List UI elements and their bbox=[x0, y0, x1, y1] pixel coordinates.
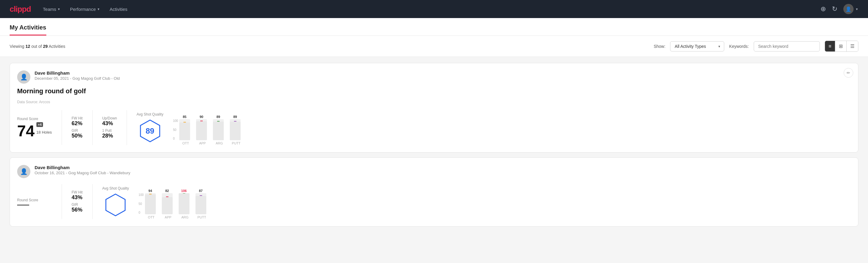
viewing-total: 29 bbox=[43, 44, 48, 49]
view-grid-button[interactable]: ⊞ bbox=[835, 41, 847, 52]
gir-label-2: GIR bbox=[71, 203, 83, 207]
stats-area: Round Score 74 +4 18 Holes FW Hit 62% GI… bbox=[17, 108, 851, 145]
y-label-0: 0 bbox=[173, 137, 178, 140]
add-button[interactable]: ⊕ bbox=[820, 5, 826, 13]
card-user-info-2: Dave Billingham October 16, 2021 - Gog M… bbox=[35, 165, 851, 175]
viewing-count: 12 bbox=[26, 44, 30, 49]
fw-gir-block-2: FW Hit 43% GIR 56% bbox=[64, 190, 90, 213]
logo[interactable]: clippd bbox=[10, 4, 31, 14]
user-name-2: Dave Billingham bbox=[35, 165, 851, 170]
bar-arg-tick-2 bbox=[183, 193, 185, 194]
nav-item-performance[interactable]: Performance ▼ bbox=[70, 7, 100, 12]
activity-type-select-wrap: All Activity Types bbox=[670, 41, 724, 52]
date-club-2: October 16, 2021 - Gog Magog Golf Club -… bbox=[35, 171, 851, 175]
person-icon: 👤 bbox=[845, 6, 851, 12]
activity-card-2: 👤 Dave Billingham October 16, 2021 - Gog… bbox=[10, 157, 858, 227]
bar-app-container bbox=[196, 119, 207, 140]
divider bbox=[92, 110, 93, 145]
fw-hit-pair-2: FW Hit 43% bbox=[71, 190, 83, 201]
hexagon-wrap: Avg Shot Quality 89 bbox=[136, 112, 163, 143]
view-compact-button[interactable]: ☰ bbox=[847, 41, 858, 52]
viewing-suffix: Activities bbox=[49, 44, 65, 49]
label-ott: OTT bbox=[180, 141, 191, 145]
data-source: Data Source: Arccos bbox=[17, 100, 851, 104]
user-name: Dave Billingham bbox=[35, 70, 851, 76]
performance-chevron-icon: ▼ bbox=[97, 7, 100, 11]
view-list-button[interactable]: ≡ bbox=[825, 41, 835, 52]
label-ott-2: OTT bbox=[146, 215, 157, 219]
bar-ott-value: 85 bbox=[183, 115, 186, 119]
round-score-label-2: Round Score bbox=[17, 198, 52, 202]
svg-marker-1 bbox=[106, 194, 125, 216]
list-icon: ≡ bbox=[829, 43, 831, 49]
activity-club-2: Gog Magog Golf Club - Wandlebury bbox=[68, 171, 130, 175]
gir-pair: GIR 50% bbox=[71, 128, 83, 139]
activity-club: Gog Magog Golf Club - Old bbox=[72, 76, 120, 81]
holes-value: 18 Holes bbox=[36, 130, 52, 135]
activity-date-2: October 16, 2021 bbox=[35, 171, 65, 175]
nav-links: Teams ▼ Performance ▼ Activities bbox=[43, 7, 127, 12]
divider bbox=[92, 184, 93, 219]
fw-hit-pair: FW Hit 62% bbox=[71, 116, 83, 127]
viewing-out-of: out of bbox=[31, 44, 42, 49]
nav-item-activities[interactable]: Activities bbox=[110, 7, 127, 12]
separator: - bbox=[66, 171, 68, 175]
grid-icon: ⊞ bbox=[839, 43, 843, 49]
bar-arg-fill-2 bbox=[179, 193, 189, 214]
y-label-50-2: 50 bbox=[138, 202, 144, 206]
bar-arg: 89 bbox=[213, 115, 224, 140]
round-score-block: Round Score 74 +4 18 Holes bbox=[17, 117, 59, 139]
refresh-button[interactable]: ↻ bbox=[832, 5, 837, 13]
page-header: My Activities bbox=[0, 18, 868, 36]
search-input[interactable] bbox=[754, 41, 820, 52]
mini-chart-2: 100 50 0 94 bbox=[138, 184, 207, 219]
fw-hit-value-2: 43% bbox=[71, 195, 83, 201]
bar-app: 90 bbox=[196, 115, 207, 140]
gir-pair-2: GIR 56% bbox=[71, 203, 83, 213]
fw-hit-label: FW Hit bbox=[71, 116, 83, 120]
one-putt-value: 28% bbox=[102, 133, 117, 139]
show-label: Show: bbox=[654, 44, 665, 49]
gir-label: GIR bbox=[71, 128, 83, 133]
label-arg-2: ARG bbox=[180, 215, 190, 219]
activity-type-select[interactable]: All Activity Types bbox=[670, 41, 724, 52]
label-app: APP bbox=[197, 141, 208, 145]
bar-putt-fill-2 bbox=[195, 196, 206, 214]
bar-ott-tick bbox=[183, 122, 186, 122]
updown-value: 43% bbox=[102, 120, 117, 127]
y-label-0-2: 0 bbox=[138, 211, 144, 214]
avatar-button[interactable]: 👤 ▼ bbox=[843, 4, 858, 14]
add-icon: ⊕ bbox=[820, 5, 826, 13]
bar-app-tick bbox=[200, 121, 203, 121]
one-putt-pair: 1 Putt 28% bbox=[102, 128, 117, 139]
activity-card: ✏ 👤 Dave Billingham December 05, 2021 - … bbox=[10, 63, 858, 152]
bar-putt-value-2: 87 bbox=[199, 189, 203, 193]
person-icon: 👤 bbox=[20, 74, 28, 81]
compact-icon: ☰ bbox=[850, 43, 855, 49]
y-label-100-2: 100 bbox=[138, 193, 144, 197]
person-icon: 👤 bbox=[20, 168, 28, 175]
bar-arg-2: 106 bbox=[179, 189, 189, 214]
hexagon-wrap-2: Avg Shot Quality bbox=[102, 186, 129, 217]
y-label-50: 50 bbox=[173, 128, 178, 132]
keywords-label: Keywords: bbox=[729, 44, 749, 49]
bar-arg-container-2 bbox=[179, 193, 189, 214]
updown-label: Up/Down bbox=[102, 116, 117, 120]
bar-arg-value-2: 106 bbox=[181, 189, 186, 193]
main-content: ✏ 👤 Dave Billingham December 05, 2021 - … bbox=[0, 57, 868, 237]
bar-putt-fill bbox=[230, 122, 241, 140]
edit-button[interactable]: ✏ bbox=[844, 68, 853, 78]
bar-ott-container-2 bbox=[145, 193, 156, 214]
card-header-2: 👤 Dave Billingham October 16, 2021 - Gog… bbox=[17, 165, 851, 178]
navbar: clippd Teams ▼ Performance ▼ Activities … bbox=[0, 0, 868, 18]
bar-app-value: 90 bbox=[200, 115, 203, 119]
stats-area-2: Round Score FW Hit 43% GIR 56% Avg Shot … bbox=[17, 182, 851, 219]
bar-arg-tick bbox=[217, 121, 220, 122]
fw-gir-block: FW Hit 62% GIR 50% bbox=[64, 116, 90, 139]
y-axis-2: 100 50 0 bbox=[138, 193, 144, 214]
bar-ott: 85 bbox=[179, 115, 190, 140]
label-arg: ARG bbox=[214, 141, 225, 145]
nav-item-teams[interactable]: Teams ▼ bbox=[43, 7, 60, 12]
hexagon-2 bbox=[103, 193, 127, 217]
bar-arg-value: 89 bbox=[217, 115, 220, 119]
